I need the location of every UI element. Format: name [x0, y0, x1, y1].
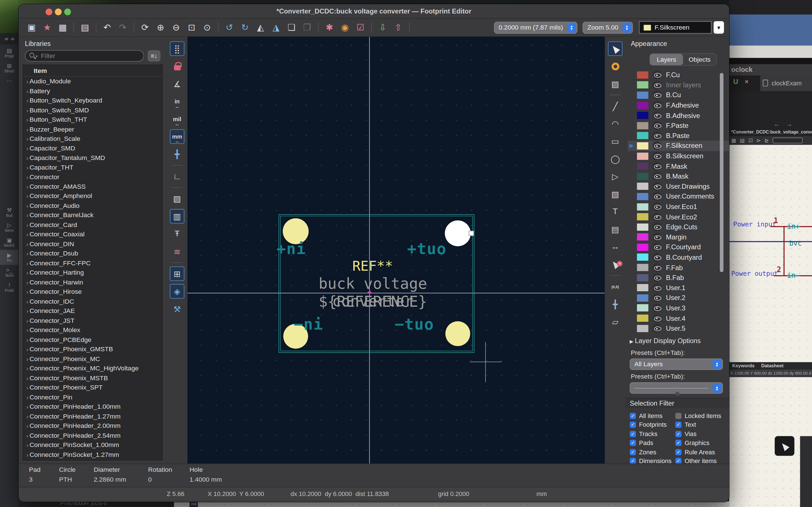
checkbox-icon[interactable]: ✓ [629, 421, 636, 428]
ide-checks-tab[interactable]: ▣ heckS [0, 235, 18, 250]
layer-color-swatch[interactable] [637, 132, 648, 139]
mirror-vertical-button[interactable]: ◭ [254, 20, 267, 34]
expand-chevron-icon[interactable]: › [23, 308, 30, 314]
library-tree-item[interactable]: › Connector_PinHeader_2.54mm [23, 431, 162, 440]
footprint-properties-button[interactable]: ✱ [322, 20, 336, 34]
visibility-eye-icon[interactable] [652, 111, 661, 120]
layer-color-swatch[interactable] [637, 71, 648, 78]
schematic-doc-tab[interactable]: clockExam [760, 75, 812, 91]
layer-color-swatch[interactable] [637, 203, 648, 210]
filter-checkbox-item[interactable]: ✓ Zones [629, 448, 675, 457]
expand-chevron-icon[interactable]: › [23, 184, 30, 190]
ide-tool-tab[interactable] [0, 86, 18, 205]
draw-circle-button[interactable]: ◯ [608, 152, 622, 166]
library-tree-item[interactable]: › Connector_Amphenol [23, 191, 162, 201]
expand-chevron-icon[interactable]: › [23, 356, 30, 362]
refresh-view-button[interactable]: ⟳ [138, 20, 152, 34]
layer-row[interactable]: ▶ User.Comments [627, 191, 729, 202]
presets-select[interactable]: All Layers ▲▼ [629, 358, 723, 370]
library-tree-item[interactable]: › Connector_IDC [23, 297, 162, 306]
ide-run-tab[interactable]: ▶ Ru [0, 250, 18, 265]
expand-chevron-icon[interactable]: › [23, 126, 30, 132]
library-tree-item[interactable]: › Connector_JAE [23, 306, 162, 316]
titlebar[interactable]: *Converter_DCDC:buck voltage converter —… [18, 4, 729, 18]
visibility-eye-icon[interactable] [652, 324, 661, 333]
expand-chevron-icon[interactable]: › [23, 222, 30, 228]
library-tree-item[interactable]: › Connector_Pin [23, 392, 162, 402]
visibility-eye-icon[interactable] [652, 101, 661, 110]
filter-checkbox-item[interactable]: ✓ Footprints [629, 420, 675, 429]
layer-color-swatch[interactable] [637, 325, 648, 332]
pad-selected[interactable] [445, 220, 471, 246]
show-grid-button[interactable]: ⣿ [170, 41, 184, 56]
library-tree-item[interactable]: › Connector_Phoenix_MSTB [23, 373, 162, 383]
layer-color-swatch[interactable] [637, 102, 648, 109]
layer-color-swatch[interactable] [637, 112, 648, 119]
stepper-icon[interactable]: ▲▼ [712, 383, 721, 393]
stepper-icon[interactable]: ▲▼ [712, 360, 721, 369]
zoom-out-button[interactable]: ⊖ [169, 20, 183, 34]
bg-search-input[interactable] [772, 138, 803, 144]
layer-color-swatch[interactable] [637, 193, 648, 200]
layer-color-swatch[interactable] [637, 122, 648, 129]
editor-canvas[interactable]: +ni +tuo REF** buck voltage converter ${… [188, 37, 605, 463]
layer-color-swatch[interactable] [637, 163, 648, 170]
visibility-eye-icon[interactable] [652, 131, 661, 140]
library-tree-item[interactable]: › Connector_Card [23, 220, 162, 230]
layer-row[interactable]: ▶ User.Eco1 [627, 202, 729, 212]
layer-color-swatch[interactable] [637, 304, 648, 312]
layer-color-swatch[interactable] [637, 81, 648, 89]
visibility-eye-icon[interactable] [652, 253, 661, 262]
crosshair-cursor-button[interactable]: ╋ [170, 147, 184, 161]
library-tree-item[interactable]: › Connector_PinHeader_1.00mm [23, 402, 162, 411]
layer-row[interactable]: ▶ B.Cu [627, 90, 729, 100]
visibility-eye-icon[interactable] [652, 273, 661, 282]
units-mm-button[interactable]: mm [170, 129, 184, 144]
reference-variable-text[interactable]: ${REFERENCE} [274, 293, 471, 311]
expand-chevron-icon[interactable]: › [23, 442, 30, 448]
polar-coordinates-button[interactable]: ∡ [170, 76, 184, 91]
layer-row[interactable]: ▶ User.4 [627, 313, 729, 323]
add-text-button[interactable]: T [608, 205, 622, 219]
library-tree-item[interactable]: › Connector_PinSocket_1.27mm [23, 450, 162, 459]
layer-color-swatch[interactable] [637, 92, 648, 99]
library-tree-item[interactable]: › Connector_Dsub [23, 249, 162, 258]
expand-chevron-icon[interactable]: › [23, 117, 30, 123]
nav-forward-icon[interactable]: → [786, 121, 792, 128]
expand-chevron-icon[interactable]: › [23, 413, 30, 419]
expand-chevron-icon[interactable]: › [23, 88, 30, 94]
selection-handle[interactable] [469, 231, 474, 236]
expand-chevron-icon[interactable]: › [23, 212, 30, 219]
footprint-checker-button[interactable]: ☑ [354, 20, 367, 34]
sort-button[interactable]: ≡↓ [147, 50, 160, 61]
rotate-cw-button[interactable]: ↻ [238, 20, 252, 34]
library-tree-item[interactable]: › Connector_PCBEdge [23, 335, 162, 344]
layer-row[interactable]: ▶ F.Cu [627, 70, 729, 80]
visibility-eye-icon[interactable] [652, 80, 661, 89]
layer-list-scrollbar[interactable] [720, 73, 723, 272]
visibility-eye-icon[interactable] [652, 91, 661, 100]
new-footprint-button[interactable]: ▣ [25, 20, 38, 34]
zoom-selection-button[interactable]: ⊙ [200, 20, 214, 34]
library-tree-item[interactable]: › Button_Switch_THT [23, 115, 162, 124]
undo-button[interactable]: ↶ [100, 20, 114, 34]
layer-row[interactable]: ▶ F.Mask [627, 161, 729, 171]
expand-chevron-icon[interactable]: › [23, 327, 30, 333]
checkbox-icon[interactable]: ✓ [675, 431, 681, 437]
layers-manager-button[interactable]: ◈ [170, 284, 184, 298]
library-tree-item[interactable]: › Connector_BarrelJack [23, 211, 162, 220]
checkbox-icon[interactable]: ✓ [629, 458, 636, 464]
expand-chevron-icon[interactable]: › [23, 365, 30, 372]
expand-chevron-icon[interactable]: › [23, 98, 30, 104]
library-tree-item[interactable]: › Connector_Audio [23, 201, 162, 211]
grid-size-select[interactable]: 0.2000 mm (7.87 mils) ▲▼ [494, 21, 577, 33]
layer-color-swatch[interactable] [637, 254, 648, 261]
library-tree-item[interactable]: › Connector_JST [23, 316, 162, 325]
visibility-eye-icon[interactable] [652, 314, 661, 323]
expand-chevron-icon[interactable]: › [23, 404, 30, 410]
add-image-button[interactable]: ▧ [608, 187, 622, 201]
expand-chevron-icon[interactable]: › [23, 260, 30, 266]
layer-row[interactable]: ▶ B.Mask [627, 171, 729, 181]
library-filter-input[interactable] [25, 50, 144, 61]
layer-color-swatch[interactable] [637, 223, 648, 231]
